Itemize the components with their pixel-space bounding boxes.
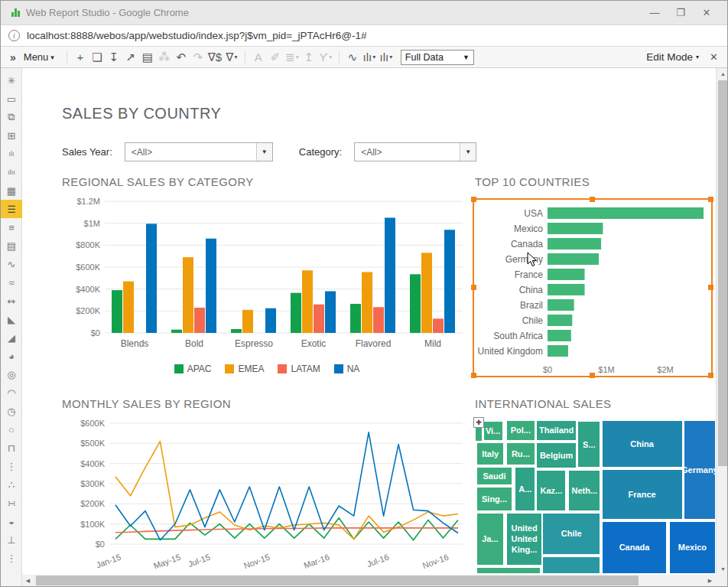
line-chart-tool-icon[interactable]: ∿: [344, 48, 361, 67]
arc-chart-icon[interactable]: ◠: [1, 383, 22, 402]
selection-handle[interactable]: [471, 285, 476, 290]
wizard-icon[interactable]: ✳: [1, 71, 22, 90]
dropdown-arrow-icon[interactable]: ▼: [460, 143, 476, 161]
treemap-cell-unlabeled[interactable]: [476, 567, 541, 574]
treemap-cell[interactable]: Neth...: [568, 470, 600, 510]
half-gauge-chart-icon[interactable]: ◒: [1, 512, 22, 530]
treemap-cell[interactable]: Belgium: [536, 442, 577, 468]
horizontal-scrollbar[interactable]: ◀ ▶: [22, 575, 716, 586]
selection-handle[interactable]: [708, 373, 713, 378]
site-info-icon[interactable]: i: [8, 30, 20, 41]
filter-sales-year-select[interactable]: <All> ▼: [125, 142, 273, 161]
pie-chart-icon[interactable]: ◕: [1, 347, 22, 365]
dropdown-arrow-icon[interactable]: ▼: [256, 143, 272, 161]
treemap-cell[interactable]: UnitedUnitedKing...: [506, 513, 542, 566]
grouped-bar-chart-icon[interactable]: ≡: [1, 218, 22, 236]
selection-handle[interactable]: [708, 197, 713, 202]
horizontal-scrollbar-thumb[interactable]: [36, 576, 639, 585]
treemap-cell[interactable]: China: [602, 420, 683, 468]
undo-icon[interactable]: ↶: [173, 48, 190, 67]
address-bar[interactable]: i localhost:8888/webos/app/webstudio/ind…: [1, 25, 727, 47]
url-text[interactable]: localhost:8888/webos/app/webstudio/index…: [27, 30, 367, 41]
more-icon[interactable]: ⋮: [1, 549, 22, 567]
new-icon[interactable]: +: [72, 48, 89, 67]
print-icon[interactable]: ▤: [139, 48, 156, 67]
multi-line-chart-icon[interactable]: ≈: [1, 273, 22, 292]
minimize-button[interactable]: —: [642, 3, 668, 23]
funnel-chart-icon[interactable]: ∺: [1, 494, 22, 512]
dot-plot-icon[interactable]: ⋮: [1, 457, 22, 475]
regional-sales-bar-chart[interactable]: $0$200K$400K$600K$800K$1M$1.2MBlendsBold…: [68, 192, 469, 353]
treemap-cell[interactable]: Saudi: [476, 467, 512, 485]
column-chart-tool-icon[interactable]: ılı▾: [361, 48, 378, 67]
close-button[interactable]: ✕: [694, 3, 720, 23]
colored-chart-tool-icon[interactable]: ılı▾: [378, 48, 395, 67]
top10-bar-chart[interactable]: USAMexicoCanadaGermanyFranceChinaBrazilC…: [474, 200, 711, 376]
treemap-cell[interactable]: Italy: [476, 442, 505, 465]
toolbar-close-icon[interactable]: ✕: [710, 51, 718, 63]
selection-handle[interactable]: [471, 197, 476, 202]
line-chart-icon[interactable]: ∿: [1, 255, 22, 273]
vertical-scrollbar-thumb[interactable]: [718, 80, 728, 466]
menu-button[interactable]: Menu ▾: [21, 51, 62, 63]
toolbar-overflow-icon[interactable]: »: [5, 51, 21, 64]
svg-text:$400K: $400K: [76, 285, 100, 294]
treemap-cell[interactable]: Sing...: [476, 487, 512, 510]
vertical-scrollbar[interactable]: ▲ ▼: [716, 68, 728, 575]
treemap-cell-unlabeled[interactable]: [542, 556, 600, 574]
treemap-cell[interactable]: Germany: [684, 420, 716, 520]
column-chart-icon[interactable]: ılı: [1, 145, 22, 163]
tree-chart-icon[interactable]: ⊥: [1, 530, 22, 549]
treemap-cell[interactable]: Ja...: [476, 513, 504, 566]
bar-chart-icon[interactable]: ☰: [1, 200, 22, 218]
maximize-button[interactable]: ❐: [668, 3, 694, 23]
filter-icon[interactable]: ∇▾: [223, 48, 240, 67]
redo-icon: ↷: [190, 48, 206, 67]
treemap-cell[interactable]: Kaz...: [536, 470, 566, 510]
scatter-chart-icon[interactable]: ∴: [1, 475, 22, 494]
top10-chart-selection[interactable]: USAMexicoCanadaGermanyFranceChinaBrazilC…: [473, 198, 713, 377]
scroll-up-icon[interactable]: ▲: [717, 68, 728, 80]
waterfall-chart-icon[interactable]: ⊓: [1, 439, 22, 457]
filled-area-chart-icon[interactable]: ◢: [1, 328, 22, 347]
export-icon[interactable]: ↗: [122, 48, 139, 67]
open-icon[interactable]: ❏: [89, 48, 106, 67]
marker-line-chart-icon[interactable]: ↭: [1, 292, 22, 310]
treemap-cell[interactable]: A...: [515, 467, 535, 510]
grouped-column-chart-icon[interactable]: ılıı: [1, 163, 22, 181]
treemap-cell[interactable]: Canada: [602, 521, 668, 574]
filter-category-select[interactable]: <All> ▼: [354, 142, 476, 161]
save-icon[interactable]: ↧: [106, 48, 122, 67]
data-mode-select[interactable]: Full Data ▼: [401, 50, 474, 65]
stacked-column-chart-icon[interactable]: ▦: [1, 181, 22, 200]
gauge-chart-icon[interactable]: ◷: [1, 402, 22, 420]
treemap-cell[interactable]: Chile: [542, 513, 600, 555]
selection-handle[interactable]: [708, 285, 713, 290]
treemap-cell[interactable]: France: [602, 469, 683, 519]
regional-sales-legend: APACEMEALATAMNA: [68, 364, 466, 374]
treemap-cell[interactable]: Pol...: [506, 420, 535, 441]
scroll-left-icon[interactable]: ◀: [22, 575, 34, 586]
move-handle-icon[interactable]: ✚: [473, 417, 484, 428]
filter-values-icon[interactable]: ∇$: [206, 48, 223, 67]
panel-icon[interactable]: ▭: [1, 90, 22, 108]
treemap-cell[interactable]: Ru...: [506, 442, 535, 465]
treemap-cell[interactable]: Mexico: [669, 521, 716, 574]
monthly-sales-line-chart[interactable]: $0$100K$200K$300K$400K$500K$600KJan-15Ma…: [65, 411, 473, 573]
treemap-cell[interactable]: Vi...: [483, 421, 503, 441]
area-chart-icon[interactable]: ◣: [1, 310, 22, 328]
selection-handle[interactable]: [471, 373, 476, 378]
stacked-bar-chart-icon[interactable]: ▤: [1, 236, 22, 255]
selection-handle[interactable]: [590, 373, 595, 378]
layout-icon[interactable]: ⊞: [1, 126, 22, 145]
donut-chart-icon[interactable]: ◎: [1, 365, 22, 383]
international-sales-treemap[interactable]: Vi...Pol...ThailandS...ChinaGermanyItaly…: [475, 420, 716, 574]
ring-chart-icon[interactable]: ○: [1, 420, 22, 439]
scroll-down-icon[interactable]: ▼: [717, 563, 728, 575]
tabbed-panel-icon[interactable]: ⧉: [1, 108, 22, 126]
scroll-right-icon[interactable]: ▶: [704, 575, 716, 586]
selection-handle[interactable]: [590, 197, 595, 202]
edit-mode-button[interactable]: Edit Mode ▾: [646, 51, 699, 63]
treemap-cell[interactable]: S...: [577, 421, 600, 468]
treemap-cell[interactable]: Thailand: [536, 420, 577, 441]
